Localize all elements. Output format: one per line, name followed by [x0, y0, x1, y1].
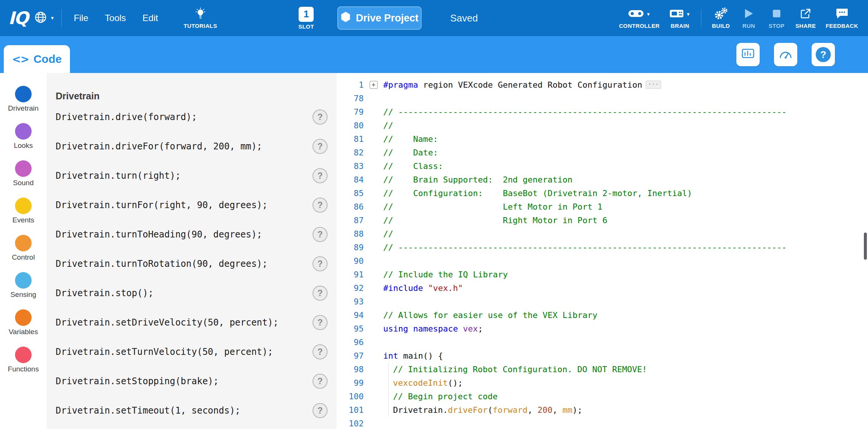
help-button-global[interactable]: ? [812, 43, 835, 66]
editor-scrollbar[interactable] [864, 233, 867, 260]
command-item[interactable]: Drivetrain.setTimeout(1, seconds);? [56, 396, 328, 425]
command-item[interactable]: Drivetrain.turnFor(right, 90, degrees);? [56, 190, 328, 220]
slot-button[interactable]: 1 SLOT [298, 7, 314, 30]
category-looks[interactable]: Looks [0, 123, 47, 160]
code-line: 80// [337, 119, 868, 132]
code-line: 81// Name: [337, 132, 868, 146]
command-code: Drivetrain.setStopping(brake); [56, 376, 219, 386]
category-label: Looks [14, 141, 33, 150]
category-label: Control [12, 253, 35, 262]
menu-edit[interactable]: Edit [134, 13, 166, 23]
command-item[interactable]: Drivetrain.setStopping(brake);? [56, 367, 328, 396]
code-token [408, 324, 413, 333]
question-mark-icon: ? [816, 47, 831, 62]
folded-code-ellipsis[interactable]: ··· [646, 81, 661, 89]
tab-code[interactable]: <> Code [4, 45, 70, 73]
speech-bubble-icon [836, 8, 848, 21]
line-number: 101 [337, 405, 364, 415]
code-line: 98// Initializing Robot Configuration. D… [337, 362, 868, 376]
help-button[interactable]: ? [313, 227, 328, 242]
code-token: // Allows for easier use of the VEX Libr… [383, 310, 598, 320]
tutorials-label: TUTORIALS [184, 23, 217, 29]
brain-icon [669, 9, 684, 20]
share-button[interactable]: SHARE [795, 8, 816, 29]
command-code: Drivetrain.stop(); [56, 288, 153, 298]
command-item[interactable]: Drivetrain.turnToHeading(90, degrees);? [56, 220, 328, 249]
slot-label: SLOT [298, 23, 314, 30]
command-item[interactable]: Drivetrain.setDriveVelocity(50, percent)… [56, 308, 328, 337]
command-item[interactable]: Drivetrain.turnToRotation(90, degrees);? [56, 249, 328, 278]
code-token: ; [478, 324, 483, 333]
code-line: 88// [337, 227, 868, 240]
help-button[interactable]: ? [313, 344, 328, 359]
help-button[interactable]: ? [313, 315, 328, 330]
category-events[interactable]: Events [0, 198, 47, 235]
code-token: // [383, 121, 393, 130]
feedback-button[interactable]: FEEDBACK [826, 8, 858, 29]
drivetrain-category-icon [15, 86, 32, 102]
device-info-button[interactable] [736, 43, 760, 66]
category-functions[interactable]: Functions [0, 347, 47, 384]
code-line: 99vexcodeInit(); [337, 376, 868, 389]
controller-button[interactable]: ▼ CONTROLLER [619, 8, 660, 29]
help-button[interactable]: ? [313, 168, 328, 183]
category-drivetrain[interactable]: Drivetrain [0, 86, 47, 123]
code-line: 89// -----------------------------------… [337, 240, 868, 254]
dashboard-button[interactable] [774, 43, 797, 66]
help-button[interactable]: ? [313, 403, 328, 418]
code-line: 1+#pragma region VEXcode Generated Robot… [337, 78, 868, 91]
menu-tools[interactable]: Tools [97, 13, 134, 23]
code-line: 90 [337, 254, 868, 268]
code-token: ( [488, 405, 493, 415]
command-item[interactable]: Drivetrain.setTurnVelocity(50, percent);… [56, 337, 328, 367]
fold-toggle-icon[interactable]: + [370, 81, 378, 89]
category-label: Events [12, 216, 34, 224]
indent-guide [383, 376, 393, 389]
code-token: // Begin project code [393, 392, 498, 401]
category-sound[interactable]: Sound [0, 160, 47, 198]
code-token: // [383, 229, 393, 239]
line-number: 102 [337, 419, 364, 428]
help-button[interactable]: ? [313, 198, 328, 213]
project-name: Drive Project [356, 12, 419, 24]
code-line: 84// Brain Supported: 2nd generation [337, 173, 868, 186]
code-brackets-icon: <> [12, 53, 29, 65]
help-button[interactable]: ? [313, 256, 328, 271]
divider [61, 9, 62, 27]
line-number: 84 [337, 175, 364, 184]
brain-button[interactable]: ▼ BRAIN [669, 8, 690, 29]
line-number: 89 [337, 243, 364, 252]
stop-button[interactable]: STOP [768, 8, 786, 29]
command-item[interactable]: Drivetrain.stop();? [56, 278, 328, 308]
tutorials-button[interactable]: TUTORIALS [184, 8, 217, 29]
help-button[interactable]: ? [313, 374, 328, 389]
chevron-down-icon: ▼ [50, 16, 55, 20]
code-line: 83// Class: [337, 159, 868, 173]
category-sensing[interactable]: Sensing [0, 272, 47, 309]
code-line: 96 [337, 335, 868, 349]
globe-icon [34, 11, 47, 26]
line-number: 79 [337, 107, 364, 117]
menu-file[interactable]: File [65, 13, 97, 23]
help-button[interactable]: ? [313, 286, 328, 301]
category-sidebar: DrivetrainLooksSoundEventsControlSensing… [0, 73, 47, 429]
category-control[interactable]: Control [0, 235, 47, 272]
code-token: "vex.h" [428, 283, 463, 293]
command-item[interactable]: Drivetrain.turn(right);? [56, 161, 328, 190]
code-area[interactable]: 1+#pragma region VEXcode Generated Robot… [337, 73, 868, 429]
code-line: 85// Configuration: BaseBot (Drivetrain … [337, 186, 868, 200]
build-button[interactable]: BUILD [712, 8, 730, 29]
line-number: 95 [337, 324, 364, 333]
language-selector[interactable]: ▼ [34, 11, 55, 26]
command-item[interactable]: Drivetrain.drive(forward);? [56, 102, 328, 132]
code-line: 91// Include the IQ Library [337, 268, 868, 281]
command-item[interactable]: Drivetrain.driveFor(forward, 200, mm);? [56, 132, 328, 161]
project-name-button[interactable]: Drive Project [337, 6, 422, 30]
help-button[interactable]: ? [313, 139, 328, 154]
category-variables[interactable]: Variables [0, 309, 47, 347]
category-label: Variables [9, 328, 38, 336]
run-button[interactable]: RUN [740, 8, 758, 29]
help-button[interactable]: ? [313, 110, 328, 125]
line-number: 97 [337, 351, 364, 361]
code-token: int [383, 351, 398, 361]
